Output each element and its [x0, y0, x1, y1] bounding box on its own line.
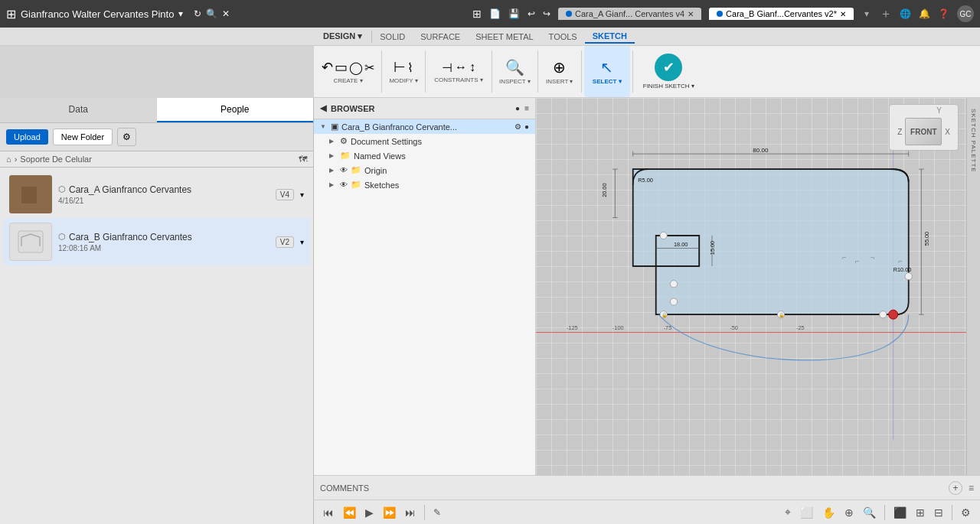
right-panel: ◀ BROWSER ● ≡ ▼ ▣ Cara_B Gianfranco Cerv…	[314, 98, 980, 524]
browser-item-origin[interactable]: ▶ 👁 📁 Origin	[314, 163, 535, 177]
breadcrumb-map-icon[interactable]: 🗺	[299, 155, 307, 164]
create-group[interactable]: ↶ ▭ ◯ ✂ CREATE ▾	[317, 46, 379, 97]
finish-sketch-btn[interactable]: ✔ FINISH SKETCH ▾	[635, 46, 702, 97]
nav-last-icon[interactable]: ⏭	[402, 505, 419, 520]
svg-text:20.00: 20.00	[601, 183, 608, 197]
svg-rect-1	[21, 187, 37, 203]
file-icon-1: ⬡	[58, 184, 66, 194]
cube-face[interactable]: FRONT	[905, 118, 942, 145]
file-version-dropdown-2[interactable]: ▾	[300, 238, 304, 246]
tab-cara-b-dot	[717, 11, 723, 17]
sep-6	[632, 50, 633, 93]
insert-label: INSERT ▾	[546, 78, 573, 85]
file-version-1[interactable]: V4	[276, 189, 294, 200]
tab-cara-b[interactable]: Cara_B Gianf...Cervantes v2* ✕	[709, 8, 854, 20]
select-group[interactable]: ↖ SELECT ▾	[584, 46, 630, 97]
browser-settings-doc[interactable]: ⚙	[514, 122, 521, 131]
top-bar-left: ⊞ Gianfranco Walter Cervantes Pinto ▾ ↻ …	[6, 7, 472, 21]
toolbar-tab-sketch[interactable]: SKETCH	[585, 30, 635, 44]
file-version-2[interactable]: V2	[276, 236, 294, 248]
breadcrumb-home-icon[interactable]: ⌂	[6, 155, 11, 164]
view-mode-2[interactable]: ⊞	[913, 505, 928, 520]
app-grid-icon[interactable]: ⊞	[6, 7, 16, 21]
upload-btn[interactable]: Upload	[6, 129, 48, 145]
modify-group[interactable]: ⊢ ⌇ MODIFY ▾	[384, 46, 423, 97]
inspect-group[interactable]: 🔍 INSPECT ▾	[495, 46, 535, 97]
svg-text:⌐: ⌐	[898, 258, 902, 265]
top-bar: ⊞ Gianfranco Walter Cervantes Pinto ▾ ↻ …	[0, 0, 980, 28]
tab-data[interactable]: Data	[0, 98, 157, 122]
search-icon[interactable]: 🔍	[206, 8, 217, 19]
comments-add-btn[interactable]: +	[949, 481, 962, 495]
undo-icon[interactable]: ↩	[528, 8, 535, 19]
insert-group[interactable]: ⊕ INSERT ▾	[541, 46, 579, 97]
constraints-group[interactable]: ⊣ ↔ ↕ CONSTRAINTS ▾	[428, 46, 489, 97]
notification-icon[interactable]: 🔔	[919, 8, 930, 19]
view-mode-3[interactable]: ⊟	[931, 505, 946, 520]
browser-item-named-views[interactable]: ▶ 📁 Named Views	[314, 148, 535, 163]
toolbar-tab-tools[interactable]: TOOLS	[541, 31, 585, 43]
zoom-fit-icon[interactable]: ⊕	[841, 505, 857, 520]
refresh-icon[interactable]: ↻	[194, 8, 201, 19]
browser-item-sketches[interactable]: ▶ 👁 📁 Sketches	[314, 177, 535, 192]
file-icon[interactable]: 📄	[489, 8, 501, 19]
cube-nav[interactable]: Y Z FRONT X	[889, 104, 959, 151]
browser-eye-sketches[interactable]: 👁	[340, 181, 348, 189]
pan-icon[interactable]: ✋	[819, 505, 838, 520]
canvas-area[interactable]: -125 -100 -75 -50 -25	[536, 98, 980, 475]
breadcrumb-folder[interactable]: Soporte De Celular	[20, 155, 92, 164]
redo-icon[interactable]: ↪	[543, 8, 550, 19]
svg-point-32	[670, 298, 677, 305]
help-icon[interactable]: ❓	[938, 8, 949, 19]
save-icon[interactable]: 💾	[508, 8, 520, 19]
zoom-icon[interactable]: 🔍	[860, 505, 879, 520]
help-online-icon[interactable]: 🌐	[900, 8, 911, 19]
nav-prev-icon[interactable]: ⏪	[340, 505, 359, 520]
nav-first-icon[interactable]: ⏮	[320, 505, 337, 520]
browser-label-sketches: Sketches	[364, 181, 399, 190]
list-item[interactable]: ⬡ Cara_A Gianfranco Cervantes 4/16/21 V4…	[3, 171, 310, 218]
grid-icon[interactable]: ⊞	[472, 8, 482, 20]
file-date-1: 4/16/21	[58, 197, 270, 205]
sketch-palette[interactable]: SKETCH PALETTE	[966, 98, 980, 475]
close-icon[interactable]: ✕	[222, 8, 230, 19]
toolbar-tab-sheet-metal[interactable]: SHEET METAL	[468, 31, 541, 43]
browser-extra-icon[interactable]: ≡	[524, 104, 529, 112]
nav-play-icon[interactable]: ▶	[362, 505, 377, 520]
browser-item-doc-settings[interactable]: ▶ ⚙ Document Settings	[314, 134, 535, 148]
tab-people[interactable]: People	[157, 98, 314, 122]
browser-collapse-icon[interactable]: ◀	[320, 103, 326, 113]
browser-item-doc[interactable]: ▼ ▣ Cara_B Gianfranco Cervante... ⚙ ●	[314, 119, 535, 134]
view-cube-icon[interactable]: ⬜	[797, 505, 816, 520]
sep-1	[381, 50, 382, 93]
tab-cara-a[interactable]: Cara_A Gianf... Cervantes v4 ✕	[558, 8, 701, 20]
view-mode-1[interactable]: ⬛	[890, 505, 910, 520]
comments-extra[interactable]: ≡	[969, 483, 974, 493]
svg-text:18.00: 18.00	[674, 241, 688, 248]
tab-cara-a-close[interactable]: ✕	[688, 10, 694, 18]
display-settings-icon[interactable]: ⚙	[958, 505, 974, 520]
new-folder-btn[interactable]: New Folder	[53, 129, 113, 145]
browser-eye-origin[interactable]: 👁	[340, 166, 348, 174]
svg-text:⌐: ⌐	[842, 254, 846, 262]
tab-overflow[interactable]: ▾	[861, 8, 872, 19]
list-item[interactable]: ⬡ Cara_B Gianfranco Cervantes 12:08:16 A…	[3, 218, 310, 265]
settings-btn[interactable]: ⚙	[117, 128, 136, 146]
arc-icon: ↶	[322, 59, 333, 76]
breadcrumb: ⌂ › Soporte De Celular 🗺	[0, 151, 313, 168]
snap-icon[interactable]: ⌖	[782, 504, 794, 520]
user-avatar[interactable]: GC	[957, 5, 974, 22]
browser-arrow-doc: ▼	[320, 123, 328, 130]
design-btn[interactable]: DESIGN ▾	[314, 30, 371, 43]
toolbar-tab-solid[interactable]: SOLID	[372, 31, 413, 43]
nav-next-icon[interactable]: ⏩	[380, 505, 399, 520]
toolbar-tab-surface[interactable]: SURFACE	[413, 31, 468, 43]
tab-cara-b-close[interactable]: ✕	[840, 10, 846, 18]
sketch-palette-label: SKETCH PALETTE	[970, 109, 977, 173]
browser-pin-icon[interactable]: ●	[515, 104, 520, 112]
tab-add[interactable]: ＋	[880, 6, 892, 22]
sketch-cursor-icon[interactable]: ✎	[430, 506, 444, 519]
svg-text:15.00: 15.00	[709, 241, 716, 255]
file-version-dropdown-1[interactable]: ▾	[300, 190, 304, 199]
app-title-dropdown[interactable]: ▾	[178, 8, 183, 19]
